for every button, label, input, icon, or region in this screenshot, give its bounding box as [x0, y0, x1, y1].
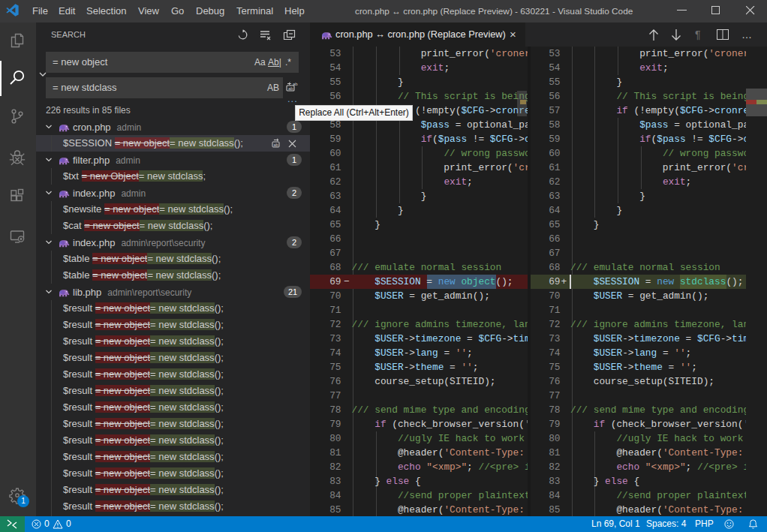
svg-text:ab: ab	[274, 143, 278, 147]
svg-text:ab: ab	[288, 86, 293, 91]
svg-text:ab: ab	[293, 82, 298, 86]
